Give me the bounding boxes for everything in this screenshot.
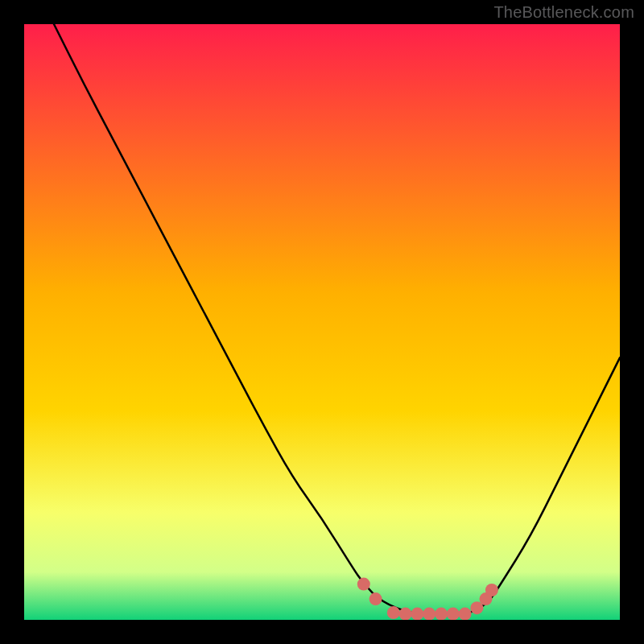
- optimum-marker: [435, 608, 448, 621]
- optimum-marker: [369, 592, 382, 605]
- bottleneck-chart: [0, 0, 644, 644]
- optimum-marker: [387, 606, 400, 619]
- optimum-marker: [411, 608, 423, 621]
- optimum-marker: [459, 608, 472, 621]
- optimum-marker: [357, 578, 370, 591]
- chart-container: TheBottleneck.com: [0, 0, 644, 644]
- watermark-text: TheBottleneck.com: [493, 3, 634, 22]
- optimum-marker: [485, 584, 498, 597]
- optimum-marker: [399, 608, 412, 621]
- optimum-marker: [447, 608, 460, 621]
- gradient-background: [24, 24, 620, 620]
- optimum-marker: [423, 608, 436, 621]
